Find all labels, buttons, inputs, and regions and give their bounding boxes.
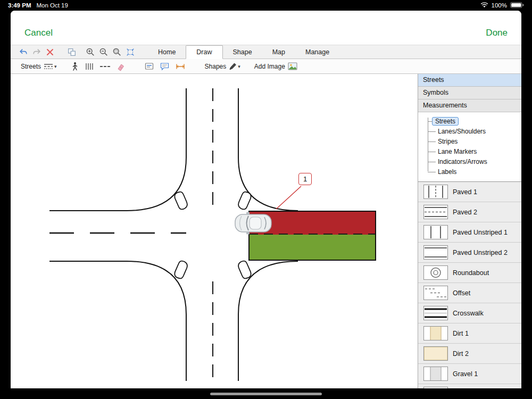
delete-icon[interactable] — [44, 45, 56, 59]
list-item-paved-unstriped-2[interactable]: Paved Unstriped 2 — [418, 243, 521, 263]
lane-lines-icon[interactable] — [82, 59, 97, 73]
car[interactable] — [235, 212, 271, 235]
callout-icon[interactable] — [157, 59, 172, 73]
list-item-gravel-1[interactable]: Gravel 1 — [418, 364, 521, 384]
tree-item-streets[interactable]: Streets — [428, 116, 519, 126]
thumb-dirt-2 — [423, 346, 448, 361]
nav-header: Cancel Done — [11, 11, 521, 45]
sidebar-section-symbols[interactable]: Symbols — [418, 87, 521, 99]
label-icon[interactable] — [142, 59, 157, 73]
section-label: Streets — [423, 76, 444, 84]
tab-toolbar: Home Draw Shape Map Manage — [11, 45, 521, 59]
section-label: Measurements — [423, 102, 467, 109]
pedestrian-icon[interactable] — [68, 59, 82, 73]
section-label: Symbols — [423, 89, 448, 96]
paste-icon[interactable] — [65, 45, 78, 59]
tree-item-lane-markers[interactable]: Lane Markers — [428, 146, 519, 156]
undo-icon[interactable] — [17, 45, 29, 59]
add-image-button[interactable]: Add Image — [252, 59, 301, 73]
status-time: 3:49 PM — [8, 2, 31, 9]
list-item-paved-unstriped-1[interactable]: Paved Unstriped 1 — [418, 222, 521, 243]
shapes-dropdown[interactable]: Shapes ▾ — [202, 59, 243, 73]
list-item-paved-1[interactable]: Paved 1 — [418, 182, 521, 202]
drawing-canvas[interactable]: 1 — [11, 74, 418, 388]
pen-icon — [228, 62, 237, 71]
tree-label: Labels — [438, 168, 456, 176]
list-item-offset[interactable]: Offset — [418, 283, 521, 303]
thumb-paved-2 — [423, 205, 448, 219]
dash-pattern-icon[interactable] — [97, 59, 113, 73]
thumb-paved-unstriped-2 — [423, 245, 448, 260]
tree-label: Indicators/Arrows — [438, 158, 487, 165]
main-area: 1 Streets Symbols Measurements Streets — [11, 74, 521, 388]
zoom-out-icon[interactable] — [97, 45, 110, 59]
street-type-list: Paved 1 Paved 2 Paved Unstriped 1 — [418, 182, 521, 388]
tree-label: Lane Markers — [438, 148, 477, 155]
tree-label: Streets — [432, 117, 459, 126]
status-bar: 3:49 PM Mon Oct 19 100% — [0, 0, 532, 11]
list-item-label: Paved 2 — [453, 209, 477, 216]
callout-leader — [276, 186, 301, 209]
symbol-sidebar: Streets Symbols Measurements Streets Lan… — [418, 74, 521, 388]
streets-tool-label: Streets — [21, 63, 41, 70]
list-item-label: Dirt 1 — [453, 330, 469, 337]
street-style-dropdown[interactable]: Streets ▾ — [18, 59, 60, 73]
list-item-label: Paved 1 — [453, 188, 477, 196]
list-item-paved-2[interactable]: Paved 2 — [418, 202, 521, 222]
line-style-icon — [43, 62, 54, 71]
chevron-down-icon: ▾ — [238, 64, 240, 69]
eraser-icon[interactable] — [113, 59, 128, 73]
thumb-paved-1 — [423, 185, 448, 199]
shapes-tool-label: Shapes — [205, 63, 227, 70]
thumb-gravel-1 — [423, 367, 448, 381]
tab-map[interactable]: Map — [262, 45, 295, 59]
tab-shape[interactable]: Shape — [223, 45, 262, 59]
sidebar-section-measurements[interactable]: Measurements — [418, 99, 521, 112]
tree-item-stripes[interactable]: Stripes — [428, 136, 519, 146]
list-item-label: Roundabout — [453, 269, 489, 277]
thumb-roundabout — [423, 265, 448, 280]
draw-toolbar: Streets ▾ — [11, 59, 521, 74]
list-item-label: Paved Unstriped 2 — [453, 249, 508, 256]
chevron-down-icon: ▾ — [54, 64, 57, 69]
dimension-icon[interactable] — [172, 59, 188, 73]
thumb-dirt-1 — [423, 326, 448, 340]
battery-percent: 100% — [492, 2, 507, 9]
list-item-dirt-2[interactable]: Dirt 2 — [418, 344, 521, 364]
cancel-button[interactable]: Cancel — [24, 28, 53, 38]
list-item-label: Dirt 2 — [453, 350, 469, 358]
tab-draw[interactable]: Draw — [186, 45, 222, 59]
wifi-icon — [480, 2, 488, 9]
thumb-offset — [423, 286, 448, 300]
redo-icon[interactable] — [30, 45, 43, 59]
list-item-label: Crosswalk — [453, 310, 484, 317]
tree-label: Stripes — [438, 138, 458, 145]
tree-item-lanes-shoulders[interactable]: Lanes/Shoulders — [428, 126, 519, 136]
list-item-roundabout[interactable]: Roundabout — [418, 263, 521, 283]
status-date: Mon Oct 19 — [36, 2, 68, 9]
tabs: Home Draw Shape Map Manage — [148, 45, 339, 59]
thumb-paved-unstriped-1 — [423, 225, 448, 239]
list-item-partial[interactable] — [418, 384, 521, 388]
callout-annotation[interactable]: 1 — [298, 173, 312, 185]
done-button[interactable]: Done — [486, 28, 508, 38]
list-item-dirt-1[interactable]: Dirt 1 — [418, 323, 521, 344]
category-tree-panel: Streets Lanes/Shoulders Stripes Lane Mar… — [418, 112, 521, 182]
tab-home[interactable]: Home — [148, 45, 186, 59]
home-indicator[interactable] — [210, 393, 322, 395]
zoom-area-icon[interactable] — [111, 45, 123, 59]
battery-icon — [510, 2, 524, 9]
tree-item-labels[interactable]: Labels — [428, 167, 519, 177]
add-image-label: Add Image — [254, 63, 285, 70]
list-item-label: Offset — [453, 289, 470, 297]
zoom-fit-icon[interactable] — [124, 45, 136, 59]
list-item-crosswalk[interactable]: Crosswalk — [418, 303, 521, 323]
image-icon — [287, 62, 298, 71]
tab-manage[interactable]: Manage — [295, 45, 339, 59]
thumb-crosswalk — [423, 306, 448, 320]
zoom-in-icon[interactable] — [84, 45, 96, 59]
tree-item-indicators-arrows[interactable]: Indicators/Arrows — [428, 156, 519, 167]
list-item-label: Gravel 1 — [453, 370, 478, 378]
sidebar-section-streets[interactable]: Streets — [418, 74, 521, 87]
tree-label: Lanes/Shoulders — [438, 128, 486, 135]
